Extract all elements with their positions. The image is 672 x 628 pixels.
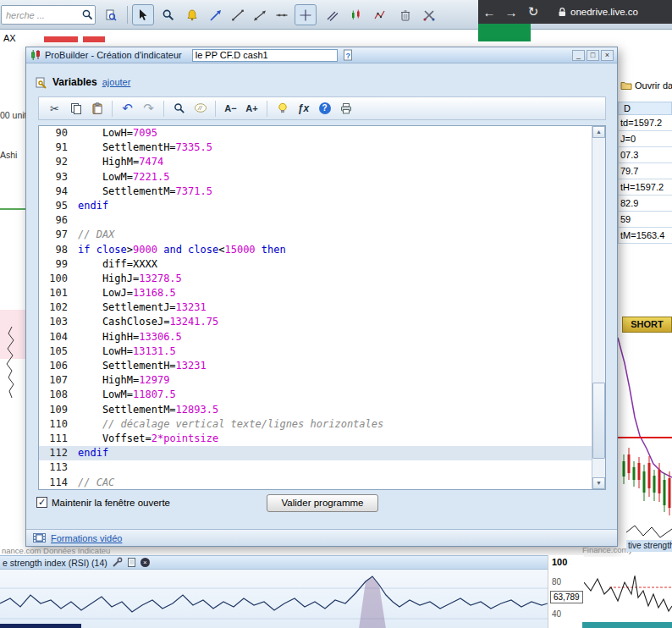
code-line[interactable]: 100 HighJ=13278.5 xyxy=(39,272,592,286)
paste-button[interactable] xyxy=(86,99,107,118)
short-button[interactable]: SHORT xyxy=(622,317,672,333)
comment-button[interactable]: // xyxy=(190,99,211,118)
pointer-tool-button[interactable] xyxy=(132,4,154,25)
quote-row: 07.3 xyxy=(618,147,672,163)
minimize-button[interactable]: _ xyxy=(572,50,585,61)
lock-icon xyxy=(556,6,568,18)
add-variable-link[interactable]: ajouter xyxy=(102,77,131,87)
quote-row: 79.7 xyxy=(618,163,672,179)
keep-open-row: ✓ Maintenir la fenêtre ouverte xyxy=(36,497,170,508)
zigzag-tool-button[interactable] xyxy=(369,4,391,25)
find-button[interactable] xyxy=(168,99,190,118)
code-line[interactable]: 91 SettlementH=7335.5 xyxy=(39,140,592,155)
code-line[interactable]: 96 xyxy=(39,213,592,228)
window-titlebar[interactable]: ProBuilder - Création d'indicateur ? _ □… xyxy=(26,47,617,63)
pointer-icon xyxy=(136,8,150,22)
undo-button[interactable]: ↶ xyxy=(117,99,138,118)
code-line[interactable]: 110 // décalage vertical texte/lignes ho… xyxy=(39,417,592,432)
finance-fragment-right: Finance.comy xyxy=(582,545,632,554)
horizontal-line-tool-button[interactable] xyxy=(271,4,293,25)
font-larger-button[interactable]: A+ xyxy=(241,99,262,118)
search-field[interactable] xyxy=(1,5,96,25)
code-line[interactable]: 113 xyxy=(39,460,592,475)
code-line[interactable]: 114// CAC xyxy=(39,476,592,490)
keep-open-label: Maintenir la fenêtre ouverte xyxy=(52,498,170,508)
open-in-menu-item[interactable]: Ouvrir da xyxy=(620,80,672,91)
rsi-title: e strength index (RSI) (14) xyxy=(3,558,107,568)
keep-open-checkbox[interactable]: ✓ xyxy=(36,497,47,508)
wrench-icon[interactable] xyxy=(112,557,123,568)
browser-forward-button[interactable]: → xyxy=(500,5,522,19)
code-line[interactable]: 106 SettlementH=13231 xyxy=(39,359,592,373)
code-line[interactable]: 109 SettlementM=12893.5 xyxy=(39,403,592,417)
alert-tool-button[interactable] xyxy=(181,4,203,25)
scroll-up-button[interactable]: ▲ xyxy=(592,126,605,138)
code-line[interactable]: 105 LowH=13131.5 xyxy=(39,344,592,359)
help-button[interactable]: ? xyxy=(314,99,335,118)
help-page-icon[interactable]: ? xyxy=(341,48,355,62)
scrollbar-thumb[interactable] xyxy=(592,383,605,459)
code-line[interactable]: 90 LowH=7095 xyxy=(39,126,592,140)
maximize-button[interactable]: □ xyxy=(587,50,599,61)
code-line[interactable]: 92 HighM=7474 xyxy=(39,155,592,169)
editor-scrollbar[interactable]: ▲ ▼ xyxy=(592,126,605,489)
printer-icon xyxy=(339,102,353,115)
trendline-tool-button[interactable] xyxy=(227,4,249,25)
redo-button[interactable]: ↷ xyxy=(138,99,159,118)
page-icon[interactable] xyxy=(127,557,136,568)
code-line[interactable]: 112endif xyxy=(39,446,592,460)
rsi-panel: e strength index (RSI) (14) × xyxy=(0,555,548,628)
close-button[interactable]: × xyxy=(601,50,614,61)
zoom-tool-button[interactable] xyxy=(157,4,179,25)
delete-tool-button[interactable] xyxy=(394,4,416,25)
code-line[interactable]: 102 SettlementJ=13231 xyxy=(39,300,592,315)
parallel-lines-tool-button[interactable] xyxy=(322,4,344,25)
print-button[interactable] xyxy=(335,99,356,118)
tools-button[interactable] xyxy=(418,4,440,25)
code-line[interactable]: 95endif xyxy=(39,199,592,213)
code-line[interactable]: 111 Voffset=2*pointsize xyxy=(39,432,592,446)
rsi-close-icon[interactable]: × xyxy=(140,558,150,567)
doc-search-icon xyxy=(104,8,118,22)
code-line[interactable]: 104 HighH=13306.5 xyxy=(39,330,592,344)
suggestion-button[interactable] xyxy=(272,99,293,118)
candles-icon xyxy=(350,8,363,22)
copy-icon xyxy=(69,102,83,115)
font-smaller-button[interactable]: A− xyxy=(220,99,241,118)
code-line[interactable]: 101 LowJ=13168.5 xyxy=(39,286,592,300)
code-line[interactable]: 97// DAX xyxy=(39,228,592,242)
code-editor[interactable]: 90 LowH=709591 SettlementH=7335.592 High… xyxy=(38,125,606,490)
search-icon[interactable] xyxy=(81,8,94,21)
doc-search-button[interactable] xyxy=(100,4,122,25)
code-line[interactable]: 103 CashCloseJ=13241.75 xyxy=(39,315,592,329)
code-line[interactable]: 93 LowM=7221.5 xyxy=(39,170,592,185)
code-line[interactable]: 108 LowM=11807.5 xyxy=(39,388,592,402)
address-bar[interactable]: onedrive.live.co xyxy=(556,6,638,18)
functions-button[interactable]: ƒx xyxy=(293,99,314,118)
svg-text:?: ? xyxy=(345,52,350,60)
video-trainings-link[interactable]: Formations vidéo xyxy=(51,533,122,543)
validate-program-button[interactable]: Valider programme xyxy=(267,494,378,512)
indicator-name-input[interactable] xyxy=(192,49,338,62)
trash-icon xyxy=(399,8,412,22)
arrow-tool-button[interactable] xyxy=(205,4,227,25)
cut-button[interactable]: ✂ xyxy=(44,99,65,118)
extended-line-tool-button[interactable] xyxy=(249,4,271,25)
lightbulb-icon xyxy=(276,102,289,115)
crosshair-tool-button[interactable] xyxy=(295,4,317,25)
code-line[interactable]: 99 diff=XXXX xyxy=(39,257,592,272)
spreadsheet-tab[interactable] xyxy=(478,24,531,41)
arrow-line-icon xyxy=(209,8,223,22)
browser-back-button[interactable]: ← xyxy=(478,5,500,19)
browser-refresh-button[interactable]: ↻ xyxy=(522,4,544,19)
candles-tool-button[interactable] xyxy=(345,4,367,25)
code-line[interactable]: 94 SettlementM=7371.5 xyxy=(39,185,592,199)
rsi-chart-line xyxy=(0,570,548,628)
scroll-down-button[interactable]: ▼ xyxy=(592,477,605,489)
code-lines[interactable]: 90 LowH=709591 SettlementH=7335.592 High… xyxy=(39,126,592,489)
code-line[interactable]: 98if close>9000 and close<15000 then xyxy=(39,243,592,257)
ashi-label: Ashi xyxy=(0,150,17,160)
copy-button[interactable] xyxy=(65,99,86,118)
chart-green-line xyxy=(0,208,25,210)
code-line[interactable]: 107 HighM=12979 xyxy=(39,373,592,388)
